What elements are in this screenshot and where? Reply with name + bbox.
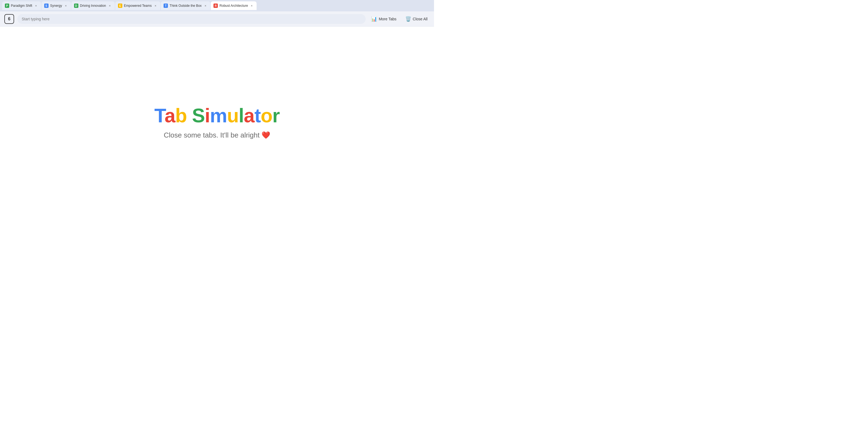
heart-icon: ❤️ [261, 131, 270, 139]
tab-favicon-synergy: S [44, 3, 49, 8]
tab-synergy[interactable]: SSynergy× [41, 1, 71, 10]
title-i: i [205, 105, 210, 126]
tab-title-think-outside: Think Outside the Box [169, 4, 202, 8]
tab-close-think-outside[interactable]: × [203, 3, 208, 8]
toolbar: 6 📊 More Tabs 🗑️ Close All [0, 11, 434, 27]
close-all-label: Close All [413, 17, 428, 21]
tab-close-paradigm-shift[interactable]: × [34, 3, 38, 8]
tab-close-empowered-teams[interactable]: × [153, 3, 158, 8]
tab-favicon-empowered-teams: E [118, 3, 122, 8]
tab-bar: PParadigm Shift×SSynergy×DDriving Innova… [0, 0, 434, 11]
tab-think-outside[interactable]: TThink Outside the Box× [161, 1, 210, 10]
main-content: Tab Simulator Close some tabs. It'll be … [0, 27, 434, 217]
tab-close-driving-innovation[interactable]: × [108, 3, 112, 8]
title-t: t [254, 105, 261, 126]
toolbar-actions: 📊 More Tabs 🗑️ Close All [369, 14, 430, 24]
title-S: S [192, 105, 205, 126]
more-tabs-button[interactable]: 📊 More Tabs [369, 14, 399, 24]
tab-empowered-teams[interactable]: EEmpowered Teams× [115, 1, 161, 10]
more-tabs-label: More Tabs [379, 17, 396, 21]
address-bar[interactable] [18, 14, 366, 24]
title-a2: a [244, 105, 254, 126]
more-tabs-icon: 📊 [371, 16, 377, 22]
hero-subtitle: Close some tabs. It'll be alright ❤️ [164, 131, 270, 140]
trash-icon: 🗑️ [405, 16, 411, 22]
tab-count-badge: 6 [4, 14, 14, 24]
tab-title-empowered-teams: Empowered Teams [124, 4, 152, 8]
tab-title-paradigm-shift: Paradigm Shift [11, 4, 32, 8]
hero-title: Tab Simulator [154, 104, 280, 127]
tab-title-robust-architecture: Robust Architecture [219, 4, 248, 8]
subtitle-text: Close some tabs. It'll be alright [164, 131, 259, 139]
title-l: l [239, 105, 244, 126]
tab-robust-architecture[interactable]: RRobust Architecture× [211, 1, 257, 10]
title-T: T [154, 105, 165, 126]
title-a: a [165, 105, 175, 126]
tab-favicon-robust-architecture: R [214, 3, 218, 8]
tab-favicon-driving-innovation: D [74, 3, 79, 8]
title-m: m [210, 105, 227, 126]
tab-close-robust-architecture[interactable]: × [250, 3, 254, 8]
tab-title-driving-innovation: Driving Innovation [80, 4, 106, 8]
tab-title-synergy: Synergy [50, 4, 62, 8]
title-u: u [227, 105, 239, 126]
title-b: b [175, 105, 187, 126]
title-r: r [272, 105, 280, 126]
tab-paradigm-shift[interactable]: PParadigm Shift× [2, 1, 41, 10]
tab-favicon-think-outside: T [163, 3, 168, 8]
close-all-button[interactable]: 🗑️ Close All [403, 14, 430, 24]
tab-favicon-paradigm-shift: P [5, 3, 9, 8]
tab-close-synergy[interactable]: × [64, 3, 68, 8]
title-o: o [261, 105, 272, 126]
tab-driving-innovation[interactable]: DDriving Innovation× [71, 1, 115, 10]
